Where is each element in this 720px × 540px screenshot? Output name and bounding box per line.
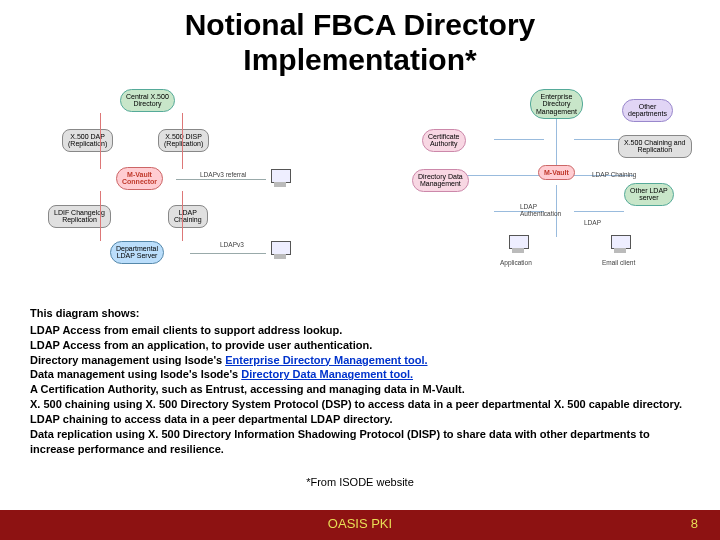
- body-item: Data management using Isode's Isode's Di…: [30, 367, 690, 382]
- computer-icon: [268, 241, 292, 261]
- node-dir-data-mgmt: Directory DataManagement: [412, 169, 469, 192]
- label-ldap: LDAP: [584, 219, 601, 226]
- body-lead: This diagram shows:: [30, 306, 690, 321]
- computer-icon: [608, 235, 632, 255]
- footer-label: OASIS PKI: [0, 516, 720, 531]
- diagram-area: Central X.500Directory X.500 DAP(Replica…: [0, 83, 720, 283]
- body-item: LDAP Access from an application, to prov…: [30, 338, 690, 353]
- diagram-left: Central X.500Directory X.500 DAP(Replica…: [0, 83, 360, 283]
- node-mvault-connector: M-VaultConnector: [116, 167, 163, 190]
- node-x500-dap: X.500 DAP(Replication): [62, 129, 113, 152]
- node-x500-chain: X.500 Chaining andReplication: [618, 135, 692, 158]
- label-ldapv3: LDAPv3: [220, 241, 244, 248]
- node-central-x500: Central X.500Directory: [120, 89, 175, 112]
- label-email-client: Email client: [602, 259, 635, 266]
- node-departmental-ldap: DepartmentalLDAP Server: [110, 241, 164, 264]
- body-item: Directory management using Isode's Enter…: [30, 353, 690, 368]
- label-ldap-chaining: LDAP Chaining: [592, 171, 636, 178]
- page-number: 8: [691, 516, 698, 531]
- title-line-2: Implementation*: [243, 43, 476, 76]
- body-item: Data replication using X. 500 Directory …: [30, 427, 690, 457]
- slide-title: Notional FBCA Directory Implementation*: [0, 0, 720, 77]
- link-ddm[interactable]: Directory Data Management tool.: [241, 368, 413, 380]
- label-ldap-referral: LDAPv3 referral: [200, 171, 246, 178]
- node-other-ldap: Other LDAPserver: [624, 183, 674, 206]
- attribution: *From ISODE website: [0, 476, 720, 488]
- label-ldap-auth: LDAPAuthentication: [520, 203, 561, 217]
- node-other-depts: Otherdepartments: [622, 99, 673, 122]
- footer-bar: OASIS PKI 8: [0, 510, 720, 540]
- title-line-1: Notional FBCA Directory: [185, 8, 536, 41]
- node-cert-authority: CertificateAuthority: [422, 129, 466, 152]
- body-item: A Certification Authority, such as Entru…: [30, 382, 690, 397]
- computer-icon: [506, 235, 530, 255]
- node-ldap-chaining: LDAPChaining: [168, 205, 208, 228]
- node-ldif-changelog: LDIF ChangelogReplication: [48, 205, 111, 228]
- node-mvault: M-Vault: [538, 165, 575, 180]
- body-item: LDAP Access from email clients to suppor…: [30, 323, 690, 338]
- label-application: Application: [500, 259, 532, 266]
- node-enterprise-dir-mgmt: EnterpriseDirectoryManagement: [530, 89, 583, 119]
- node-x500-disp: X.500 DISP(Replication): [158, 129, 209, 152]
- link-edm[interactable]: Enterprise Directory Management tool.: [225, 354, 427, 366]
- body-item: LDAP chaining to access data in a peer d…: [30, 412, 690, 427]
- computer-icon: [268, 169, 292, 189]
- diagram-right: CertificateAuthority EnterpriseDirectory…: [360, 83, 720, 283]
- body-text: This diagram shows: LDAP Access from ema…: [30, 306, 690, 456]
- body-item: X. 500 chaining using X. 500 Directory S…: [30, 397, 690, 412]
